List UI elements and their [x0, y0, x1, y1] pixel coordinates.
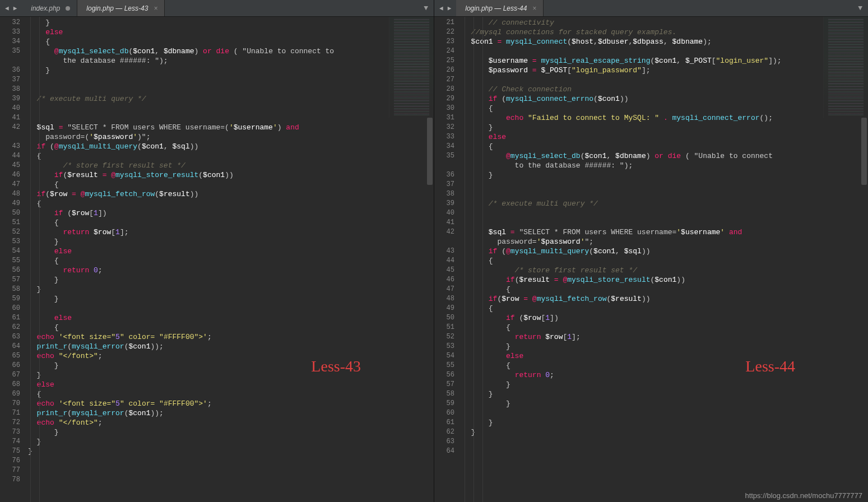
- code-line[interactable]: {: [462, 256, 868, 266]
- code-line[interactable]: if($row = @mysqli_fetch_row($result)): [462, 294, 868, 304]
- tab-index-php[interactable]: index.php: [22, 0, 77, 16]
- code-line[interactable]: {: [462, 285, 868, 294]
- code-line[interactable]: {: [28, 389, 434, 399]
- code-line[interactable]: }: [28, 437, 434, 447]
- code-line[interactable]: {: [462, 304, 868, 313]
- code-line[interactable]: return 0;: [28, 266, 434, 275]
- code-line[interactable]: [28, 113, 434, 123]
- editor-right[interactable]: 2122232425262728293031323334353637383940…: [434, 17, 868, 502]
- scrollbar-thumb[interactable]: [861, 118, 867, 185]
- code-line[interactable]: echo "Failed to connect to MySQL: " . my…: [462, 113, 868, 123]
- code-line[interactable]: {: [28, 180, 434, 189]
- code-line[interactable]: $sql = "SELECT * FROM users WHERE userna…: [462, 227, 868, 237]
- code-line[interactable]: {: [462, 323, 868, 332]
- code-line[interactable]: }: [28, 370, 434, 380]
- code-line[interactable]: $password = $_POST["login_password"];: [462, 66, 868, 75]
- code-line[interactable]: if($result = @mysqli_store_result($con1)…: [28, 170, 434, 180]
- code-line[interactable]: {: [462, 361, 868, 370]
- minimap[interactable]: [823, 17, 868, 118]
- code-line[interactable]: return $row[1];: [462, 332, 868, 342]
- code-line[interactable]: }: [462, 427, 868, 437]
- code-line[interactable]: if($row = @mysqli_fetch_row($result)): [28, 189, 434, 199]
- code-line[interactable]: [28, 466, 434, 475]
- code-line[interactable]: }: [462, 418, 868, 427]
- tab-dropdown[interactable]: ▼: [852, 0, 868, 16]
- code-line[interactable]: @mysqli_select_db($con1, $dbname) or die…: [28, 47, 434, 56]
- code-line[interactable]: if($result = @mysqli_store_result($con1)…: [462, 275, 868, 285]
- code-line[interactable]: }: [462, 342, 868, 351]
- code-line[interactable]: //mysql connections for stacked query ex…: [462, 27, 868, 37]
- code-line[interactable]: [462, 180, 868, 189]
- code-line[interactable]: {: [28, 151, 434, 161]
- code-line[interactable]: [28, 85, 434, 94]
- code-line[interactable]: $con1 = mysqli_connect($host,$dbuser,$db…: [462, 37, 868, 47]
- code-line[interactable]: /* execute multi query */: [462, 199, 868, 208]
- minimap[interactable]: [389, 17, 434, 118]
- code-line[interactable]: }: [28, 294, 434, 304]
- code-line[interactable]: }: [28, 275, 434, 285]
- tab-dropdown[interactable]: ▼: [418, 0, 434, 16]
- code-line[interactable]: to the database ######: ");: [462, 161, 868, 170]
- code-line[interactable]: /* store first result set */: [28, 161, 434, 170]
- code-line[interactable]: echo "</font>";: [28, 351, 434, 361]
- code-line[interactable]: }: [462, 399, 868, 408]
- code-line[interactable]: }: [462, 389, 868, 399]
- code-line[interactable]: {: [28, 256, 434, 266]
- code-line[interactable]: else: [28, 247, 434, 256]
- code-line[interactable]: [462, 437, 868, 447]
- code-area[interactable]: // connectivity //mysql connections for …: [459, 17, 868, 502]
- code-line[interactable]: [28, 304, 434, 313]
- code-line[interactable]: if ($row[1]): [462, 313, 868, 323]
- code-line[interactable]: [462, 189, 868, 199]
- code-line[interactable]: }: [28, 361, 434, 370]
- code-line[interactable]: /* store first result set */: [462, 266, 868, 275]
- code-line[interactable]: else: [462, 132, 868, 142]
- code-line[interactable]: password='$password'";: [462, 237, 868, 247]
- code-line[interactable]: }: [462, 380, 868, 389]
- tab-forward-icon[interactable]: ▶: [12, 3, 19, 13]
- code-line[interactable]: if (@mysqli_multi_query($con1, $sql)): [28, 142, 434, 151]
- code-line[interactable]: {: [28, 323, 434, 332]
- code-line[interactable]: if (mysqli_connect_errno($con1)): [462, 94, 868, 104]
- scrollbar-vertical[interactable]: [860, 118, 868, 502]
- code-line[interactable]: echo '<font size="5" color= "#FFFF00">';: [28, 399, 434, 408]
- code-line[interactable]: [462, 408, 868, 418]
- code-area[interactable]: } else { @mysqli_select_db($con1, $dbnam…: [25, 17, 434, 502]
- code-line[interactable]: {: [28, 37, 434, 47]
- code-line[interactable]: else: [462, 351, 868, 361]
- code-line[interactable]: print_r(mysqli_error($con1));: [28, 342, 434, 351]
- tab-login-php-less43[interactable]: login.php — Less-43 ×: [77, 0, 165, 16]
- code-line[interactable]: if ($row[1]): [28, 208, 434, 218]
- code-line[interactable]: // connectivity: [462, 18, 868, 27]
- code-line[interactable]: }: [28, 66, 434, 75]
- code-line[interactable]: // Check connection: [462, 85, 868, 94]
- code-line[interactable]: {: [462, 142, 868, 151]
- code-line[interactable]: }: [462, 123, 868, 132]
- editor-left[interactable]: 3233343536373839404142434445464748495051…: [0, 17, 434, 502]
- code-line[interactable]: echo "</font>";: [28, 418, 434, 427]
- code-line[interactable]: $username = mysqli_real_escape_string($c…: [462, 56, 868, 66]
- code-line[interactable]: [462, 75, 868, 85]
- code-line[interactable]: print_r(mysqli_error($con1));: [28, 408, 434, 418]
- code-line[interactable]: return $row[1];: [28, 227, 434, 237]
- code-line[interactable]: {: [28, 218, 434, 227]
- code-line[interactable]: return 0;: [462, 370, 868, 380]
- code-line[interactable]: password=('$password')";: [28, 132, 434, 142]
- tab-back-icon[interactable]: ◀: [3, 3, 11, 13]
- code-line[interactable]: [28, 475, 434, 485]
- code-line[interactable]: [462, 218, 868, 227]
- code-line[interactable]: [28, 456, 434, 466]
- code-line[interactable]: $sql = "SELECT * FROM users WHERE userna…: [28, 123, 434, 132]
- code-line[interactable]: [28, 104, 434, 113]
- code-line[interactable]: }: [28, 237, 434, 247]
- code-line[interactable]: the database ######: ");: [28, 56, 434, 66]
- close-icon[interactable]: ×: [154, 4, 157, 12]
- code-line[interactable]: {: [28, 199, 434, 208]
- code-line[interactable]: [462, 208, 868, 218]
- code-line[interactable]: [462, 447, 868, 456]
- tab-back-icon[interactable]: ◀: [438, 3, 445, 13]
- code-line[interactable]: /* execute multi query */: [28, 94, 434, 104]
- tab-login-php-less44[interactable]: login.php — Less-44 ×: [456, 0, 544, 16]
- code-line[interactable]: echo '<font size="5" color= "#FFFF00">';: [28, 332, 434, 342]
- code-line[interactable]: }: [462, 170, 868, 180]
